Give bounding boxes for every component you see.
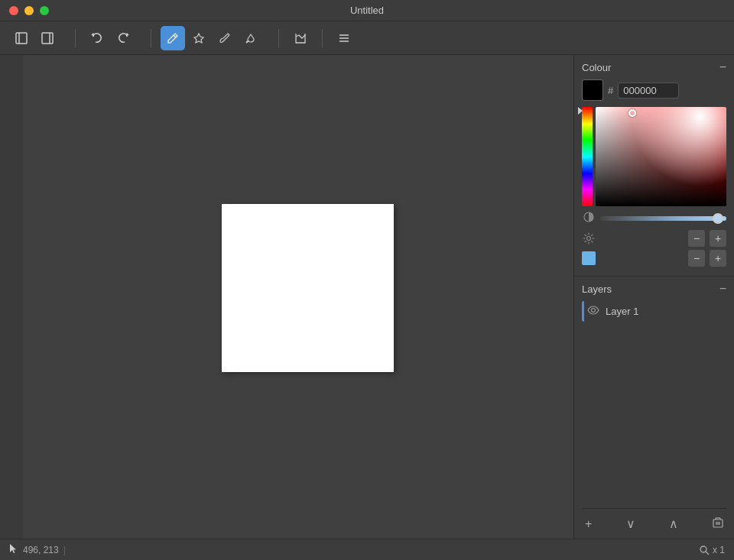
toolbar-sep-3: [278, 29, 279, 47]
layer-item[interactable]: Layer 1: [582, 301, 726, 322]
gear-plus-button[interactable]: +: [710, 230, 726, 247]
menu-button[interactable]: [332, 26, 356, 50]
layers-title: Layers: [582, 283, 612, 295]
opacity-slider-thumb[interactable]: [713, 213, 723, 224]
toolbar-sep-2: [151, 29, 151, 47]
svg-point-95: [700, 546, 706, 552]
status-zoom: x 1: [699, 545, 725, 555]
pen-button[interactable]: [187, 26, 211, 50]
panel-toggle-button[interactable]: [35, 26, 60, 50]
sidebar-toggle-button[interactable]: [9, 26, 34, 50]
right-panel: Colour − #: [573, 55, 734, 539]
opacity-icon: [582, 211, 596, 225]
gear-ctrl-row: − +: [582, 230, 726, 247]
hex-input[interactable]: [618, 83, 679, 99]
titlebar: Untitled: [0, 0, 734, 21]
hex-hash: #: [608, 85, 613, 96]
saturation-value-picker[interactable]: [596, 107, 726, 206]
window-title: Untitled: [350, 5, 384, 16]
square-plus-button[interactable]: +: [710, 250, 726, 267]
coordinate-separator: |: [63, 545, 66, 555]
zoom-button[interactable]: [288, 26, 313, 50]
gear-icon: [582, 231, 596, 245]
blue-color-square: [582, 251, 596, 265]
move-layer-down-button[interactable]: ∨: [623, 515, 638, 532]
coordinate-value: 496, 213: [23, 545, 59, 555]
pencil-button[interactable]: [161, 26, 185, 50]
opacity-slider-row: [582, 211, 726, 225]
layer-name: Layer 1: [606, 306, 638, 317]
colour-swatch[interactable]: [582, 79, 603, 101]
maximize-button[interactable]: [40, 6, 49, 15]
cursor-icon: [9, 543, 18, 556]
close-button[interactable]: [9, 6, 18, 15]
svg-rect-0: [16, 33, 27, 44]
bucket-button[interactable]: [239, 26, 263, 50]
sidebar-tools: [9, 26, 60, 50]
svg-line-4: [174, 35, 176, 37]
square-minus-button[interactable]: −: [688, 250, 705, 267]
colour-swatch-container[interactable]: [582, 79, 603, 101]
minimize-button[interactable]: [24, 6, 34, 15]
colour-hex-row: #: [582, 79, 726, 101]
canvas-inner[interactable]: [38, 70, 573, 539]
status-coords: 496, 213 |: [9, 543, 66, 556]
undo-button[interactable]: [85, 26, 109, 50]
toolbar: [0, 21, 734, 55]
colour-collapse-button[interactable]: −: [719, 61, 726, 73]
draw-tools: [161, 26, 263, 50]
svg-rect-2: [42, 33, 53, 44]
layers-header: Layers −: [582, 283, 726, 295]
colour-picker[interactable]: [582, 107, 726, 206]
layers-section: Layers − Layer 1 + ∨ ∧: [574, 277, 734, 539]
svg-line-5: [246, 40, 248, 43]
canvas-area[interactable]: [23, 55, 573, 539]
move-layer-up-button[interactable]: ∧: [666, 515, 681, 532]
titlebar-buttons: [9, 6, 49, 15]
layer-visibility-icon[interactable]: [587, 306, 599, 317]
hue-strip[interactable]: [582, 107, 593, 206]
status-bar: 496, 213 | x 1: [0, 539, 734, 560]
drawing-canvas[interactable]: [222, 204, 394, 372]
zoom-icon: [699, 545, 710, 555]
toolbar-sep-1: [75, 29, 76, 47]
add-layer-button[interactable]: +: [582, 516, 595, 532]
brush-button[interactable]: [213, 26, 237, 50]
color-square-ctrl-row: − +: [582, 250, 726, 267]
color-square-icon: [582, 251, 596, 265]
colour-header: Colour −: [582, 61, 726, 73]
svg-point-87: [592, 309, 596, 312]
sv-cursor: [628, 109, 636, 117]
opacity-slider-track[interactable]: [600, 216, 726, 221]
zoom-level: x 1: [713, 545, 725, 555]
redo-button[interactable]: [111, 26, 135, 50]
layers-footer: + ∨ ∧: [582, 508, 726, 532]
toolbar-sep-4: [322, 29, 323, 47]
gear-minus-button[interactable]: −: [688, 230, 705, 247]
svg-line-96: [706, 552, 709, 555]
hue-arrow: [578, 107, 583, 115]
history-tools: [85, 26, 135, 50]
colour-section: Colour − #: [574, 55, 734, 277]
layers-collapse-button[interactable]: −: [719, 283, 726, 295]
delete-layer-button[interactable]: [710, 516, 726, 532]
colour-title: Colour: [582, 62, 611, 73]
svg-point-86: [587, 237, 591, 241]
